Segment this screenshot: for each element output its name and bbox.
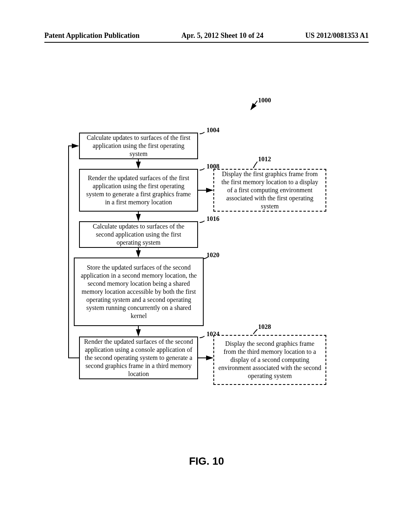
connectors-svg [0,0,413,532]
svg-line-0 [251,101,257,110]
page: Patent Application Publication Apr. 5, 2… [0,0,413,532]
figure-label: FIG. 10 [0,455,413,468]
flowchart: 1000 Calculate updates to surfaces of th… [0,0,413,532]
